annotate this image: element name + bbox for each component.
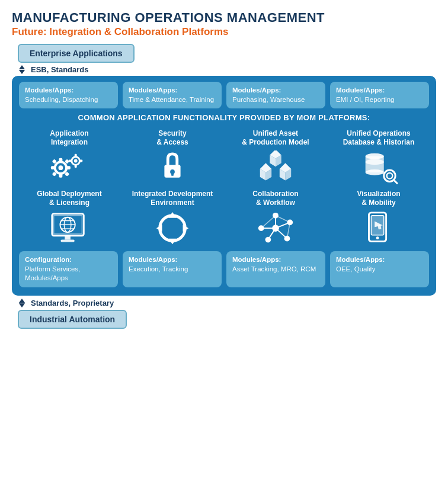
mobile-icon [359, 211, 399, 245]
module-label-bottom-0: Configuration: [25, 256, 72, 263]
icon-cell-database: Unified OperationsDatabase & Historian [328, 129, 429, 185]
esb-label-row: ESB, Standards [19, 65, 436, 74]
standards-label-row: Standards, Proprietary [19, 299, 436, 307]
module-label-bottom-2: Modules/Apps: [232, 256, 281, 263]
svg-rect-42 [65, 236, 71, 240]
main-blue-container: Modules/Apps: Scheduling, Dispatching Mo… [12, 76, 436, 296]
svg-point-1 [59, 165, 63, 170]
icon-label-database: Unified OperationsDatabase & Historian [343, 129, 415, 147]
module-card-bottom-3: Modules/Apps: OEE, Quality [330, 251, 429, 287]
icon-cell-ide: Integrated DevelopmentEnvironment [122, 190, 223, 245]
module-items-bottom-1: Execution, Tracking [129, 265, 188, 273]
icons-grid: ApplicationIntegration [19, 129, 429, 245]
module-card-bottom-0: Configuration: Platform Services, Module… [19, 251, 118, 287]
svg-line-60 [276, 216, 290, 223]
module-items-3: EMI / OI, Reporting [336, 96, 394, 103]
module-items-bottom-2: Asset Tracking, MRO, RCM [232, 265, 316, 273]
module-items-1: Time & Attendance, Training [129, 96, 214, 103]
icon-label-security: Security& Access [156, 129, 188, 147]
svg-point-33 [387, 173, 393, 179]
module-card-1: Modules/Apps: Time & Attendance, Trainin… [123, 82, 222, 108]
industrial-box: Industrial Automation [18, 310, 127, 329]
standards-arrow-icon [19, 299, 25, 307]
icon-cell-unified-asset: Unified Asset& Production Model [225, 129, 326, 185]
cubes-icon [255, 150, 296, 185]
module-card-2: Modules/Apps: Purchasing, Warehouse [226, 82, 325, 108]
sub-title: Future: Integration & Collaboration Plat… [12, 26, 436, 38]
svg-line-58 [268, 228, 276, 239]
module-label-3: Modules/Apps: [336, 86, 385, 94]
module-items-bottom-0: Platform Services, Modules/Apps [25, 265, 80, 282]
icon-cell-security: Security& Access [122, 129, 223, 185]
module-card-bottom-2: Modules/Apps: Asset Tracking, MRO, RCM [226, 251, 325, 287]
svg-rect-5 [66, 166, 71, 169]
module-card-bottom-1: Modules/Apps: Execution, Tracking [123, 251, 222, 287]
module-items-0: Scheduling, Dispatching [25, 96, 98, 103]
svg-point-65 [376, 236, 379, 239]
modules-bottom-row: Configuration: Platform Services, Module… [19, 251, 429, 287]
svg-rect-18 [171, 172, 174, 176]
module-items-2: Purchasing, Warehouse [232, 96, 305, 103]
module-items-bottom-3: OEE, Quality [336, 265, 375, 273]
svg-rect-2 [59, 158, 63, 162]
module-card-0: Modules/Apps: Scheduling, Dispatching [19, 82, 118, 108]
enterprise-box: Enterprise Applications [18, 44, 135, 63]
svg-point-11 [74, 159, 78, 163]
globe-monitor-icon [49, 211, 89, 245]
cycle-icon [152, 211, 193, 245]
svg-line-34 [393, 180, 397, 184]
svg-point-30 [366, 169, 384, 175]
icon-label-mobility: Visualization& Mobility [357, 190, 400, 207]
page-header: MANUFACTURING OPERATIONS MANAGEMENT Futu… [12, 11, 436, 38]
module-label-2: Modules/Apps: [232, 86, 281, 94]
svg-rect-14 [69, 160, 72, 162]
icon-cell-collaboration: Collaboration& Workflow [225, 190, 326, 245]
svg-rect-4 [51, 166, 55, 169]
icon-label-unified-asset: Unified Asset& Production Model [242, 129, 309, 147]
modules-top-row: Modules/Apps: Scheduling, Dispatching Mo… [19, 82, 429, 108]
icon-cell-app-integration: ApplicationIntegration [19, 129, 120, 185]
lock-icon [152, 150, 193, 185]
svg-rect-3 [59, 174, 63, 178]
main-title: MANUFACTURING OPERATIONS MANAGEMENT [12, 11, 436, 25]
standards-label-text: Standards, Proprietary [31, 299, 114, 307]
module-label-1: Modules/Apps: [129, 86, 177, 94]
icon-label-ide: Integrated DevelopmentEnvironment [132, 190, 213, 207]
svg-rect-43 [60, 240, 74, 242]
svg-line-57 [276, 228, 287, 238]
icon-cell-global: Global Deployment& Licensing [19, 190, 120, 245]
module-card-3: Modules/Apps: EMI / OI, Reporting [330, 82, 429, 108]
network-icon [255, 211, 296, 245]
svg-rect-13 [75, 165, 77, 168]
icon-label-app-integration: ApplicationIntegration [50, 129, 88, 147]
svg-point-31 [366, 159, 384, 165]
module-label-bottom-1: Modules/Apps: [129, 256, 177, 263]
gears-icon [49, 150, 89, 185]
icon-cell-mobility: Visualization& Mobility [328, 190, 429, 245]
enterprise-area: Enterprise Applications [12, 44, 436, 63]
common-title: COMMON APPLICATION FUNCTIONALITY PROVIDE… [19, 113, 429, 122]
database-icon [359, 150, 399, 185]
module-label-0: Modules/Apps: [25, 86, 73, 94]
esb-arrow-icon [19, 65, 25, 74]
svg-line-56 [276, 223, 290, 229]
svg-rect-12 [75, 154, 77, 157]
icon-label-collaboration: Collaboration& Workflow [252, 190, 298, 207]
module-label-bottom-3: Modules/Apps: [336, 256, 385, 263]
esb-label-text: ESB, Standards [31, 65, 89, 74]
svg-rect-15 [79, 160, 82, 162]
icon-label-global: Global Deployment& Licensing [37, 190, 101, 207]
